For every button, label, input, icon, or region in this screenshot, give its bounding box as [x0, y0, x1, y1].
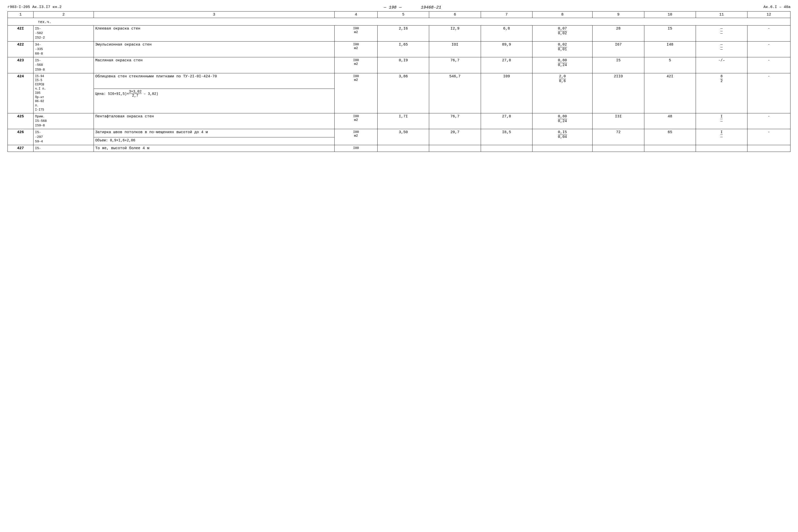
table-row-425: 425 Прим. I5-568 I59-8 Пентафталовая окр…	[8, 113, 791, 129]
row-423-col12: -	[747, 57, 791, 73]
row-423-col11: -/–	[696, 57, 747, 73]
table-row-426: 426 I5- -297 59-4 Затирка швов потолков …	[8, 129, 791, 137]
table-row-424: 424 I5-94 I5-5 ССРСШ ч.I п. I05 Пр-нт 06…	[8, 73, 791, 89]
row-422-desc: Эмульсионная окраска стен	[94, 41, 334, 57]
row-427-num: 427	[8, 145, 34, 152]
row-424-col10: 42I	[644, 73, 696, 113]
row-424-col5: 3,86	[378, 73, 429, 113]
row-422-col11: — —	[696, 41, 747, 57]
row-426-col10: 65	[644, 129, 696, 145]
col-header-4: 4	[335, 12, 378, 18]
col-header-11: 11	[696, 12, 747, 18]
row-426-num: 426	[8, 129, 34, 145]
row-426-col9: 72	[592, 129, 644, 145]
row-425-col7: 27,8	[481, 113, 532, 129]
row-422-unit: I00м2	[335, 41, 378, 57]
row-425-col8: 0,80 0,24	[532, 113, 592, 129]
row-424-col6: 546,7	[429, 73, 481, 113]
col-header-5: 5	[378, 12, 429, 18]
row-422-col12: -	[747, 41, 791, 57]
row-421-col12: -	[747, 25, 791, 41]
row-424-num: 424	[8, 73, 34, 113]
row-427-col11	[696, 145, 747, 152]
row-427-ref: I5-	[34, 145, 94, 152]
col-header-12: 12	[747, 12, 791, 18]
row-423-col5: 0,I9	[378, 57, 429, 73]
row-424-col7: I09	[481, 73, 532, 113]
row-421-desc: Клеевая окраска стен	[94, 25, 334, 41]
row-427-col9	[592, 145, 644, 152]
row-425-col10: 48	[644, 113, 696, 129]
row-426-ref: I5- -297 59-4	[34, 129, 94, 145]
row-427-col8	[532, 145, 592, 152]
row-423-col6: 76,7	[429, 57, 481, 73]
row-425-ref: Прим. I5-568 I59-8	[34, 113, 94, 129]
table-row-423: 423 I5- -568 I59-8 Масляная окраска стен…	[8, 57, 791, 73]
row-421-num: 42I	[8, 25, 34, 41]
row-427-col10	[644, 145, 696, 152]
row-424-desc: Облицовка стен стеклянными плитками по Т…	[94, 73, 334, 89]
row-427-unit: I00	[335, 145, 378, 152]
col-header-6: 6	[429, 12, 481, 18]
row-426-desc: Затирка швов потолков в по-мещениях высо…	[94, 129, 334, 137]
row-425-col6: 76,7	[429, 113, 481, 129]
row-422-col8: 0,02 0,01	[532, 41, 592, 57]
row-423-ref: I5- -568 I59-8	[34, 57, 94, 73]
row-421-col6: I2,9	[429, 25, 481, 41]
row-424-col9: 2IIO	[592, 73, 644, 113]
row-425-unit: I00м2	[335, 113, 378, 129]
row-424-col12: -	[747, 73, 791, 113]
row-427-col12	[747, 145, 791, 152]
col-header-9: 9	[592, 12, 644, 18]
row-424-col8: 2,0 0,6	[532, 73, 592, 113]
row-427-col5	[378, 145, 429, 152]
row-426-col6: 20,7	[429, 129, 481, 145]
row-424-ref: I5-94 I5-5 ССРСШ ч.I п. I05 Пр-нт 06-02 …	[34, 73, 94, 113]
row-425-col9: I3I	[592, 113, 644, 129]
doc-number: 19468-21	[421, 5, 441, 10]
row-425-col5: I,7I	[378, 113, 429, 129]
col-header-1: 1	[8, 12, 34, 18]
row-426-col8: 0,I5 0,04	[532, 129, 592, 145]
row-426-unit: I00м2	[335, 129, 378, 145]
row-421-ref: I5- -502 I52-2	[34, 25, 94, 41]
col-header-2: 2	[34, 12, 94, 18]
table-row-427: 427 I5- То же, высотой более 4 м I00	[8, 145, 791, 152]
row-427-col7	[481, 145, 532, 152]
row-426-note: Объем: 0,9×I,6+2,06	[94, 137, 334, 145]
row-422-col10: I48	[644, 41, 696, 57]
row-427-col6	[429, 145, 481, 152]
col-header-10: 10	[644, 12, 696, 18]
row-422-num: 422	[8, 41, 34, 57]
row-425-num: 425	[8, 113, 34, 129]
row-424-unit: I00м2	[335, 73, 378, 113]
col-header-7: 7	[481, 12, 532, 18]
row-427-desc: То же, высотой более 4 м	[94, 145, 334, 152]
row-421-col5: 2,I6	[378, 25, 429, 41]
row-424-note: Цена: 5I6+9I,5)×3×3,022,7 – 3,02)	[94, 89, 334, 113]
row-421-col11: — —	[696, 25, 747, 41]
row-423-col8: 0,80 0,24	[532, 57, 592, 73]
row-426-col11: I —	[696, 129, 747, 145]
row-423-unit: I00м2	[335, 57, 378, 73]
row-422-ref: 34- -335 60-8	[34, 41, 94, 57]
col-header-8: 8	[532, 12, 592, 18]
row-426-col12: -	[747, 129, 791, 145]
row-421-col10: I5	[644, 25, 696, 41]
row-426-col7: I8,5	[481, 129, 532, 145]
row-421-col7: 6,8	[481, 25, 532, 41]
row-423-col10: 5	[644, 57, 696, 73]
row-424-col11: 8 2	[696, 73, 747, 113]
table-row-422: 422 34- -335 60-8 Эмульсионная окраска с…	[8, 41, 791, 57]
row-423-num: 423	[8, 57, 34, 73]
row-425-desc: Пентафталовая окраска стен	[94, 113, 334, 129]
header-right: Ак.6.I – 40а	[763, 5, 791, 9]
row-423-col7: 27,8	[481, 57, 532, 73]
row-426-col5: 3,50	[378, 129, 429, 145]
row-425-col11: I —	[696, 113, 747, 129]
row-422-col7: 89,9	[481, 41, 532, 57]
row-421-col9: 28	[592, 25, 644, 41]
row-423-desc: Масляная окраска стен	[94, 57, 334, 73]
table-row-421: 42I I5- -502 I52-2 Клеевая окраска стен …	[8, 25, 791, 41]
row-421-unit: I00м2	[335, 25, 378, 41]
